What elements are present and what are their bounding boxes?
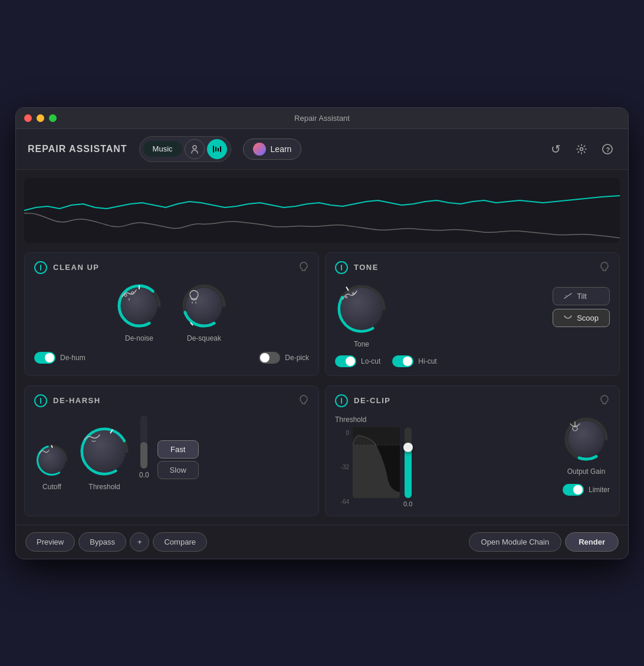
minimize-button[interactable] [37, 114, 44, 122]
cleanup-title: CLEAN UP [53, 263, 99, 272]
fast-button[interactable]: Fast [157, 440, 199, 459]
tone-header: TONE [335, 261, 610, 274]
svg-point-0 [193, 146, 196, 149]
locut-toggle[interactable] [335, 355, 356, 367]
deharsh-listen-button[interactable] [298, 394, 309, 407]
deharsh-content: Cutoff [34, 416, 309, 496]
depick-toggle[interactable] [259, 352, 280, 364]
title-bar: Repair Assistant [16, 108, 628, 129]
tilt-button[interactable]: Tilt [553, 287, 610, 305]
deharsh-title: DE-HARSH [53, 396, 101, 405]
mode-music-button[interactable]: Music [143, 141, 182, 157]
db-minus64: -64 [335, 499, 349, 505]
svg-rect-4 [220, 146, 221, 152]
cleanup-toggles: De-hum De-pick [34, 350, 309, 366]
learn-label: Learn [271, 144, 292, 154]
learn-icon [253, 143, 266, 156]
declip-listen-button[interactable] [599, 394, 610, 407]
dehum-label: De-hum [60, 354, 86, 362]
main-window: Repair Assistant REPAIR ASSISTANT Music [15, 107, 629, 559]
hicut-label: Hi-cut [418, 357, 436, 365]
cleanup-knobs: De-noise [34, 282, 309, 342]
limiter-toggle[interactable] [563, 484, 584, 496]
deharsh-slider[interactable] [140, 416, 147, 469]
svg-line-23 [566, 295, 567, 296]
mode-voice-button[interactable] [185, 139, 205, 159]
mode-group: Music [139, 136, 231, 162]
depick-label: De-pick [285, 354, 309, 362]
svg-line-22 [564, 294, 571, 298]
tone-listen-button[interactable] [599, 261, 610, 274]
cutoff-knob[interactable] [34, 443, 70, 478]
tone-content: Tone Tilt Scoop [335, 282, 610, 348]
tone-mode-buttons: Tilt Scoop [553, 287, 610, 327]
svg-rect-28 [353, 427, 400, 445]
desqueak-knob[interactable] [180, 282, 228, 329]
open-module-chain-button[interactable]: Open Module Chain [469, 532, 562, 552]
close-button[interactable] [24, 114, 32, 122]
bottom-bar: Preview Bypass + Compare Open Module Cha… [16, 525, 628, 559]
svg-point-10 [124, 294, 127, 296]
desqueak-knob-group: De-squeak [180, 282, 228, 342]
mode-bars-button[interactable] [207, 139, 227, 159]
settings-button[interactable] [573, 140, 590, 158]
waveform-display[interactable] [24, 178, 620, 243]
fast-slow-group: Fast Slow [157, 440, 199, 479]
output-gain-knob[interactable] [563, 416, 610, 463]
locut-label: Lo-cut [361, 357, 380, 365]
tone-knob[interactable] [335, 282, 388, 335]
declip-content: Threshold 0 -32 -64 [335, 416, 610, 507]
help-button[interactable]: ? [599, 140, 616, 158]
svg-rect-2 [215, 147, 216, 151]
cleanup-listen-button[interactable] [298, 261, 309, 274]
cleanup-power-button[interactable] [34, 261, 47, 274]
declip-panel: DE-CLIP Threshold 0 -32 [325, 385, 620, 516]
learn-button[interactable]: Learn [243, 139, 302, 160]
tilt-label: Tilt [577, 292, 587, 301]
declip-graph [353, 427, 400, 498]
bypass-button[interactable]: Bypass [78, 532, 126, 552]
limiter-label: Limiter [589, 486, 610, 494]
hicut-toggle[interactable] [392, 355, 413, 367]
denoise-label: De-noise [125, 334, 153, 342]
svg-line-37 [579, 424, 580, 425]
deharsh-threshold-knob[interactable] [78, 425, 131, 478]
window-title: Repair Assistant [294, 114, 350, 123]
slow-button[interactable]: Slow [157, 461, 199, 479]
header: REPAIR ASSISTANT Music Learn [16, 129, 628, 170]
refresh-button[interactable]: ↺ [547, 140, 564, 158]
declip-graph-section: Threshold 0 -32 -64 [335, 416, 556, 507]
threshold-slider-section: 0.0 [403, 427, 412, 507]
dehum-toggle-group: De-hum [34, 352, 86, 364]
tone-power-button[interactable] [335, 261, 348, 274]
render-button[interactable]: Render [565, 532, 619, 552]
db-scale: 0 -32 -64 [335, 427, 349, 507]
tone-toggles: Lo-cut Hi-cut [335, 355, 610, 367]
deharsh-panel: DE-HARSH [24, 385, 319, 516]
deharsh-threshold-knob-group: Threshold [78, 425, 131, 491]
tone-label: Tone [354, 340, 369, 348]
cleanup-panel: CLEAN UP [24, 252, 319, 376]
deharsh-header: DE-HARSH [34, 394, 309, 407]
preview-button[interactable]: Preview [25, 532, 75, 552]
dehum-toggle[interactable] [34, 352, 55, 364]
output-gain-group: Output Gain [563, 416, 610, 476]
compare-button[interactable]: Compare [153, 532, 206, 552]
denoise-knob[interactable] [116, 282, 163, 329]
svg-point-5 [580, 147, 583, 150]
denoise-knob-group: De-noise [116, 282, 163, 342]
panels-row-2: DE-HARSH [16, 381, 628, 521]
deharsh-power-button[interactable] [34, 394, 47, 407]
depick-toggle-group: De-pick [259, 352, 309, 364]
threshold-slider[interactable] [405, 427, 412, 498]
cutoff-label: Cutoff [42, 483, 61, 491]
scoop-button[interactable]: Scoop [553, 309, 610, 327]
app-title: REPAIR ASSISTANT [28, 144, 127, 154]
panels-row-1: CLEAN UP [16, 248, 628, 381]
threshold-value: 0.0 [403, 500, 412, 507]
declip-power-button[interactable] [335, 394, 348, 407]
svg-rect-3 [218, 148, 219, 151]
plus-button[interactable]: + [130, 532, 150, 552]
maximize-button[interactable] [49, 114, 57, 122]
declip-header: DE-CLIP [335, 394, 610, 407]
